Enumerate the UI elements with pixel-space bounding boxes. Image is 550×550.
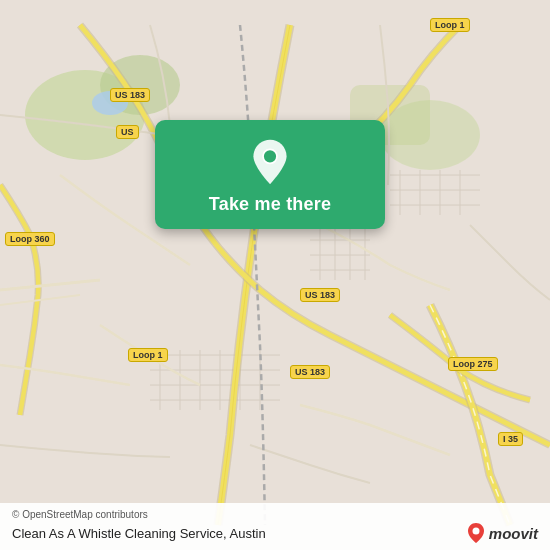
road-badge-us-top: US <box>116 125 139 139</box>
place-name: Clean As A Whistle Cleaning Service, Aus… <box>12 526 266 541</box>
moovit-text: moovit <box>489 525 538 542</box>
map-container: Loop 1 Loop 1 Loop 1 US 183 US US 183 US… <box>0 0 550 550</box>
road-badge-loop275: Loop 275 <box>448 357 498 371</box>
road-badge-loop1-top: Loop 1 <box>430 18 470 32</box>
location-pin-icon <box>246 138 294 186</box>
road-badge-loop360: Loop 360 <box>5 232 55 246</box>
take-me-there-card[interactable]: Take me there <box>155 120 385 229</box>
svg-point-34 <box>472 528 479 535</box>
road-badge-i35: I 35 <box>498 432 523 446</box>
bottom-bar: © OpenStreetMap contributors Clean As A … <box>0 503 550 550</box>
road-badge-loop1-bot: Loop 1 <box>128 348 168 362</box>
road-badge-us183-bot: US 183 <box>290 365 330 379</box>
road-badge-us183-mid: US 183 <box>300 288 340 302</box>
moovit-pin-icon <box>467 522 485 544</box>
map-roads <box>0 0 550 550</box>
place-info: Clean As A Whistle Cleaning Service, Aus… <box>12 522 538 544</box>
attribution: © OpenStreetMap contributors <box>12 509 538 520</box>
moovit-logo: moovit <box>467 522 538 544</box>
road-badge-us183-top: US 183 <box>110 88 150 102</box>
svg-point-33 <box>263 149 277 163</box>
take-me-there-label: Take me there <box>209 194 331 215</box>
